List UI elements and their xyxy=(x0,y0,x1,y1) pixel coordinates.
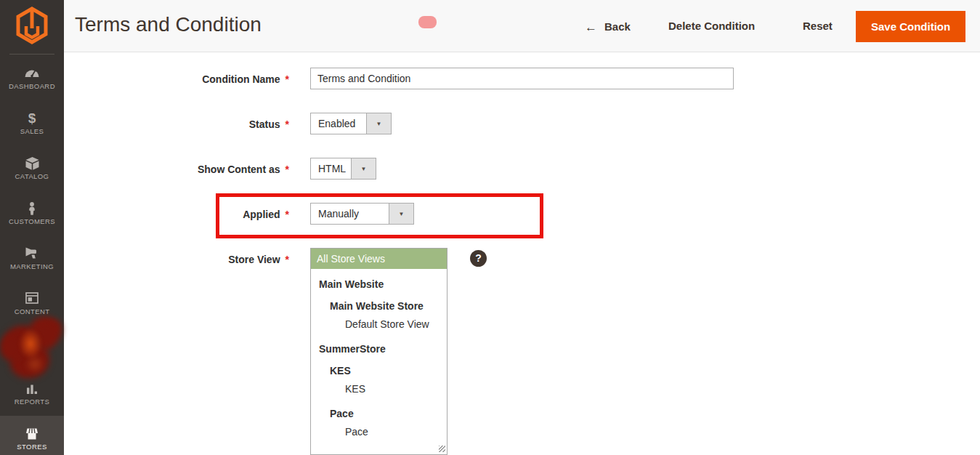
stores-icon xyxy=(0,427,64,440)
applied-label: Applied* xyxy=(64,207,289,222)
condition-name-label: Condition Name* xyxy=(64,72,289,86)
sidebar-item-sales[interactable]: $ SALES xyxy=(0,112,64,135)
sidebar-item-label: REPORTS xyxy=(0,398,64,406)
status-dropdown-button[interactable]: ▼ xyxy=(366,113,391,134)
sidebar-item-label: MARKETING xyxy=(0,262,64,270)
required-asterisk: * xyxy=(286,164,289,175)
store-view-option-default-store-view[interactable]: Default Store View xyxy=(311,315,447,334)
show-content-as-select[interactable]: HTML ▼ xyxy=(310,158,376,180)
sidebar-item-reports[interactable]: REPORTS xyxy=(0,382,64,406)
magento-admin-screen: DASHBOARD $ SALES CATALOG CUSTOMERS MARK… xyxy=(0,0,980,455)
store-view-option-pace-view[interactable]: Pace xyxy=(311,423,447,441)
store-view-option-kes-view[interactable]: KES xyxy=(311,380,447,398)
annotation-blob xyxy=(0,317,64,390)
sidebar-item-dashboard[interactable]: DASHBOARD xyxy=(0,67,64,90)
click-indicator-dot xyxy=(418,16,437,28)
sidebar-item-label: SALES xyxy=(0,127,64,135)
back-button-label: Back xyxy=(604,20,631,33)
page-header: Terms and Condition ←Back Delete Conditi… xyxy=(64,0,980,52)
marketing-icon xyxy=(0,247,64,260)
required-asterisk: * xyxy=(286,254,289,265)
sidebar-item-label: STORES xyxy=(0,443,64,451)
label-text: Applied xyxy=(243,209,280,220)
sidebar-item-customers[interactable]: CUSTOMERS xyxy=(0,202,64,225)
dashboard-icon xyxy=(0,67,64,80)
sidebar-item-marketing[interactable]: MARKETING xyxy=(0,247,64,270)
sidebar-divider xyxy=(9,54,54,55)
label-text: Status xyxy=(249,118,280,130)
sidebar-item-catalog[interactable]: CATALOG xyxy=(0,157,64,180)
form-content: Condition Name* Status* Enabled ▼ Show C… xyxy=(64,53,980,455)
label-text: Store View xyxy=(228,254,280,265)
store-view-option-main-website-store[interactable]: Main Website Store xyxy=(311,297,447,315)
status-select-value: Enabled xyxy=(311,113,366,134)
condition-name-input[interactable] xyxy=(310,68,734,89)
page-title: Terms and Condition xyxy=(75,13,262,36)
back-button[interactable]: ←Back xyxy=(585,20,631,34)
applied-dropdown-button[interactable]: ▼ xyxy=(389,204,413,224)
chevron-down-icon: ▼ xyxy=(376,121,382,127)
store-view-option-pace-store[interactable]: Pace xyxy=(311,405,447,423)
required-asterisk: * xyxy=(286,209,289,220)
chevron-down-icon: ▼ xyxy=(399,211,405,217)
sidebar-item-label: CONTENT xyxy=(0,307,64,315)
status-select[interactable]: Enabled ▼ xyxy=(310,113,392,134)
show-content-as-dropdown-button[interactable]: ▼ xyxy=(351,158,376,179)
store-view-option-summerstore[interactable]: SummerStore xyxy=(311,340,447,358)
reports-icon xyxy=(0,382,64,395)
sidebar-item-label: DASHBOARD xyxy=(0,82,64,90)
catalog-icon xyxy=(0,157,64,170)
show-content-as-select-value: HTML xyxy=(311,158,351,179)
required-asterisk: * xyxy=(286,118,289,130)
save-condition-button[interactable]: Save Condition xyxy=(856,11,965,42)
status-label: Status* xyxy=(64,117,289,132)
required-asterisk: * xyxy=(286,73,289,85)
delete-condition-button[interactable]: Delete Condition xyxy=(668,20,755,32)
customers-icon xyxy=(0,202,64,215)
sidebar-item-label: CUSTOMERS xyxy=(0,217,64,225)
applied-select-value: Manually xyxy=(311,204,389,224)
sidebar-item-label: CATALOG xyxy=(0,172,64,180)
show-content-as-label: Show Content as* xyxy=(64,162,289,177)
store-view-option-main-website[interactable]: Main Website xyxy=(311,275,447,294)
sidebar-item-stores[interactable]: STORES xyxy=(0,427,64,451)
reset-button[interactable]: Reset xyxy=(803,20,833,32)
store-view-option-all-store-views[interactable]: All Store Views xyxy=(311,249,447,269)
magento-logo-icon[interactable] xyxy=(16,7,48,44)
sidebar-item-content[interactable]: CONTENT xyxy=(0,292,64,315)
store-view-label: Store View* xyxy=(64,252,289,267)
label-text: Show Content as xyxy=(198,164,280,175)
chevron-down-icon: ▼ xyxy=(361,166,367,172)
applied-select[interactable]: Manually ▼ xyxy=(310,203,414,225)
back-arrow-icon: ← xyxy=(585,20,597,34)
store-view-multiselect[interactable]: All Store Views Main Website Main Websit… xyxy=(310,248,448,455)
help-icon[interactable]: ? xyxy=(470,250,487,267)
store-view-option-kes-store[interactable]: KES xyxy=(311,362,447,380)
sidebar: DASHBOARD $ SALES CATALOG CUSTOMERS MARK… xyxy=(0,0,64,455)
label-text: Condition Name xyxy=(202,73,280,85)
sales-icon: $ xyxy=(0,112,64,125)
content-icon xyxy=(0,292,64,305)
resize-grip[interactable] xyxy=(439,446,445,452)
